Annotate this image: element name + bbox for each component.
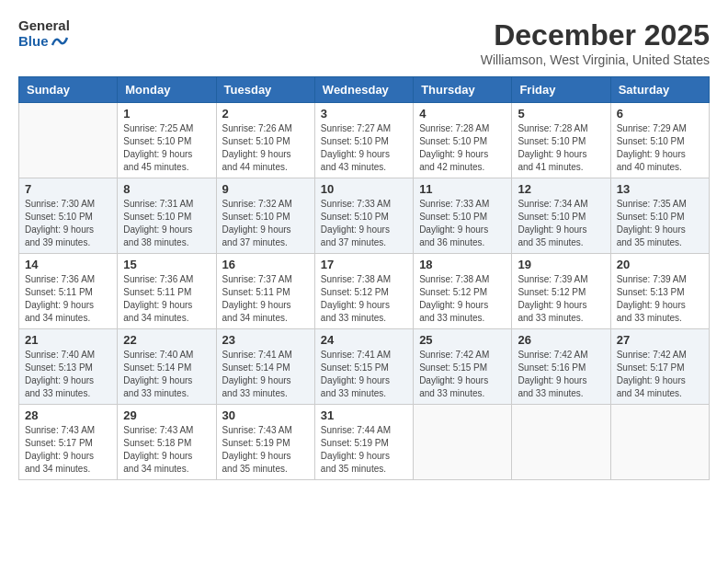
table-row: 7Sunrise: 7:30 AM Sunset: 5:10 PM Daylig… <box>19 178 118 254</box>
day-info: Sunrise: 7:43 AM Sunset: 5:19 PM Dayligh… <box>222 424 309 476</box>
day-info: Sunrise: 7:39 AM Sunset: 5:13 PM Dayligh… <box>617 273 703 325</box>
table-row <box>414 405 512 480</box>
table-row: 2Sunrise: 7:26 AM Sunset: 5:10 PM Daylig… <box>216 103 314 178</box>
table-row: 13Sunrise: 7:35 AM Sunset: 5:10 PM Dayli… <box>610 178 709 254</box>
logo-wave-icon <box>51 34 69 49</box>
table-row: 25Sunrise: 7:42 AM Sunset: 5:15 PM Dayli… <box>414 329 512 405</box>
table-row <box>512 405 610 480</box>
day-number: 14 <box>25 258 111 271</box>
table-row: 11Sunrise: 7:33 AM Sunset: 5:10 PM Dayli… <box>414 178 512 254</box>
day-number: 6 <box>617 107 703 121</box>
calendar-week-row: 1Sunrise: 7:25 AM Sunset: 5:10 PM Daylig… <box>19 103 710 178</box>
day-number: 18 <box>419 258 506 271</box>
day-number: 17 <box>321 258 407 271</box>
day-number: 3 <box>321 107 407 121</box>
day-number: 5 <box>518 107 604 121</box>
day-number: 23 <box>222 333 309 347</box>
table-row: 6Sunrise: 7:29 AM Sunset: 5:10 PM Daylig… <box>610 103 709 178</box>
day-number: 2 <box>222 107 309 121</box>
logo-general: General <box>18 18 70 34</box>
day-number: 13 <box>617 182 703 196</box>
day-info: Sunrise: 7:31 AM Sunset: 5:10 PM Dayligh… <box>123 198 210 249</box>
day-info: Sunrise: 7:28 AM Sunset: 5:10 PM Dayligh… <box>419 122 506 174</box>
day-info: Sunrise: 7:29 AM Sunset: 5:10 PM Dayligh… <box>617 122 703 174</box>
table-row: 16Sunrise: 7:37 AM Sunset: 5:11 PM Dayli… <box>216 254 314 329</box>
table-row: 28Sunrise: 7:43 AM Sunset: 5:17 PM Dayli… <box>19 405 118 480</box>
day-info: Sunrise: 7:38 AM Sunset: 5:12 PM Dayligh… <box>419 273 506 325</box>
day-number: 8 <box>123 182 210 196</box>
day-number: 15 <box>123 258 210 271</box>
day-info: Sunrise: 7:44 AM Sunset: 5:19 PM Dayligh… <box>321 424 407 476</box>
day-info: Sunrise: 7:42 AM Sunset: 5:15 PM Dayligh… <box>419 349 506 400</box>
header-thursday: Thursday <box>414 77 512 103</box>
title-section: December 2025 Williamson, West Virginia,… <box>481 18 710 67</box>
day-info: Sunrise: 7:40 AM Sunset: 5:14 PM Dayligh… <box>123 349 210 400</box>
header-sunday: Sunday <box>19 77 118 103</box>
table-row: 15Sunrise: 7:36 AM Sunset: 5:11 PM Dayli… <box>118 254 216 329</box>
calendar-header-row: Sunday Monday Tuesday Wednesday Thursday… <box>19 77 710 103</box>
day-info: Sunrise: 7:33 AM Sunset: 5:10 PM Dayligh… <box>321 198 407 249</box>
day-number: 30 <box>222 408 309 422</box>
day-number: 11 <box>419 182 506 196</box>
day-number: 10 <box>321 182 407 196</box>
day-number: 12 <box>518 182 604 196</box>
day-info: Sunrise: 7:33 AM Sunset: 5:10 PM Dayligh… <box>419 198 506 249</box>
table-row: 27Sunrise: 7:42 AM Sunset: 5:17 PM Dayli… <box>610 329 709 405</box>
day-number: 28 <box>25 408 111 422</box>
day-number: 25 <box>419 333 506 347</box>
day-info: Sunrise: 7:39 AM Sunset: 5:12 PM Dayligh… <box>518 273 604 325</box>
logo-blue: Blue <box>18 34 70 50</box>
day-number: 24 <box>321 333 407 347</box>
day-number: 9 <box>222 182 309 196</box>
calendar-table: Sunday Monday Tuesday Wednesday Thursday… <box>18 76 710 480</box>
day-number: 19 <box>518 258 604 271</box>
day-info: Sunrise: 7:32 AM Sunset: 5:10 PM Dayligh… <box>222 198 309 249</box>
day-number: 21 <box>25 333 111 347</box>
day-info: Sunrise: 7:43 AM Sunset: 5:18 PM Dayligh… <box>123 424 210 476</box>
table-row: 5Sunrise: 7:28 AM Sunset: 5:10 PM Daylig… <box>512 103 610 178</box>
day-number: 1 <box>123 107 210 121</box>
header-tuesday: Tuesday <box>216 77 314 103</box>
table-row: 18Sunrise: 7:38 AM Sunset: 5:12 PM Dayli… <box>414 254 512 329</box>
day-info: Sunrise: 7:25 AM Sunset: 5:10 PM Dayligh… <box>123 122 210 174</box>
calendar-week-row: 21Sunrise: 7:40 AM Sunset: 5:13 PM Dayli… <box>19 329 710 405</box>
location-title: Williamson, West Virginia, United States <box>481 52 710 67</box>
table-row: 12Sunrise: 7:34 AM Sunset: 5:10 PM Dayli… <box>512 178 610 254</box>
table-row: 30Sunrise: 7:43 AM Sunset: 5:19 PM Dayli… <box>216 405 314 480</box>
day-number: 7 <box>25 182 111 196</box>
logo-text: General Blue <box>18 18 70 49</box>
table-row: 26Sunrise: 7:42 AM Sunset: 5:16 PM Dayli… <box>512 329 610 405</box>
logo: General Blue <box>18 18 70 49</box>
table-row: 4Sunrise: 7:28 AM Sunset: 5:10 PM Daylig… <box>414 103 512 178</box>
day-info: Sunrise: 7:30 AM Sunset: 5:10 PM Dayligh… <box>25 198 111 249</box>
table-row: 20Sunrise: 7:39 AM Sunset: 5:13 PM Dayli… <box>610 254 709 329</box>
day-number: 4 <box>419 107 506 121</box>
day-number: 22 <box>123 333 210 347</box>
day-info: Sunrise: 7:38 AM Sunset: 5:12 PM Dayligh… <box>321 273 407 325</box>
header-wednesday: Wednesday <box>314 77 413 103</box>
table-row: 17Sunrise: 7:38 AM Sunset: 5:12 PM Dayli… <box>314 254 413 329</box>
table-row: 23Sunrise: 7:41 AM Sunset: 5:14 PM Dayli… <box>216 329 314 405</box>
table-row: 22Sunrise: 7:40 AM Sunset: 5:14 PM Dayli… <box>118 329 216 405</box>
day-number: 16 <box>222 258 309 271</box>
table-row: 14Sunrise: 7:36 AM Sunset: 5:11 PM Dayli… <box>19 254 118 329</box>
day-number: 20 <box>617 258 703 271</box>
table-row: 24Sunrise: 7:41 AM Sunset: 5:15 PM Dayli… <box>314 329 413 405</box>
table-row: 19Sunrise: 7:39 AM Sunset: 5:12 PM Dayli… <box>512 254 610 329</box>
table-row: 21Sunrise: 7:40 AM Sunset: 5:13 PM Dayli… <box>19 329 118 405</box>
table-row: 3Sunrise: 7:27 AM Sunset: 5:10 PM Daylig… <box>314 103 413 178</box>
day-info: Sunrise: 7:42 AM Sunset: 5:16 PM Dayligh… <box>518 349 604 400</box>
table-row: 31Sunrise: 7:44 AM Sunset: 5:19 PM Dayli… <box>314 405 413 480</box>
day-info: Sunrise: 7:34 AM Sunset: 5:10 PM Dayligh… <box>518 198 604 249</box>
table-row <box>19 103 118 178</box>
day-info: Sunrise: 7:37 AM Sunset: 5:11 PM Dayligh… <box>222 273 309 325</box>
day-info: Sunrise: 7:27 AM Sunset: 5:10 PM Dayligh… <box>321 122 407 174</box>
day-info: Sunrise: 7:43 AM Sunset: 5:17 PM Dayligh… <box>25 424 111 476</box>
day-info: Sunrise: 7:40 AM Sunset: 5:13 PM Dayligh… <box>25 349 111 400</box>
day-info: Sunrise: 7:41 AM Sunset: 5:14 PM Dayligh… <box>222 349 309 400</box>
header-monday: Monday <box>118 77 216 103</box>
header-friday: Friday <box>512 77 610 103</box>
logo-container: General Blue <box>18 18 70 49</box>
header-saturday: Saturday <box>610 77 709 103</box>
table-row: 10Sunrise: 7:33 AM Sunset: 5:10 PM Dayli… <box>314 178 413 254</box>
